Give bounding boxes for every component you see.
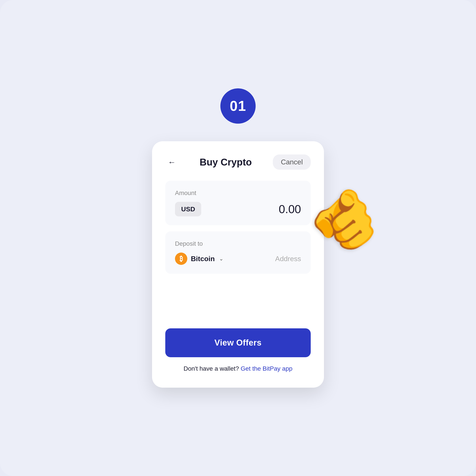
bitcoin-symbol: ₿ [180, 255, 183, 262]
currency-badge[interactable]: USD [175, 202, 201, 216]
view-offers-button[interactable]: View Offers [165, 328, 311, 357]
hand-decoration: 🫵 [306, 184, 386, 253]
chevron-down-icon: ⌄ [219, 256, 223, 262]
deposit-row: ₿ Bitcoin ⌄ Address [175, 253, 301, 265]
footer-text: Don't have a wallet? Get the BitPay app [165, 365, 311, 372]
amount-section: Amount USD 0.00 [165, 181, 311, 225]
amount-value[interactable]: 0.00 [279, 203, 301, 216]
step-number: 01 [230, 98, 246, 114]
amount-row: USD 0.00 [175, 202, 301, 216]
cancel-button[interactable]: Cancel [273, 154, 311, 170]
page-wrapper: 01 ← Buy Crypto Cancel Amount USD 0.00 [0, 0, 476, 476]
deposit-section: Deposit to ₿ Bitcoin ⌄ Address [165, 231, 311, 274]
address-placeholder[interactable]: Address [275, 255, 301, 263]
crypto-selector[interactable]: ₿ Bitcoin ⌄ [175, 253, 223, 265]
amount-label: Amount [175, 189, 301, 197]
back-button[interactable]: ← [165, 155, 178, 169]
phone-container: ← Buy Crypto Cancel Amount USD 0.00 Depo… [152, 141, 324, 388]
header: ← Buy Crypto Cancel [165, 154, 311, 170]
back-arrow-icon: ← [168, 158, 176, 167]
phone-card: ← Buy Crypto Cancel Amount USD 0.00 Depo… [152, 141, 324, 388]
get-bitpay-link[interactable]: Get the BitPay app [241, 365, 292, 372]
spacer [165, 280, 311, 328]
step-badge: 01 [220, 88, 256, 124]
footer-static-text: Don't have a wallet? [184, 365, 239, 372]
bitcoin-label: Bitcoin [191, 255, 215, 263]
deposit-label: Deposit to [175, 240, 301, 247]
page-title: Buy Crypto [200, 157, 252, 168]
bitcoin-icon: ₿ [175, 253, 187, 265]
